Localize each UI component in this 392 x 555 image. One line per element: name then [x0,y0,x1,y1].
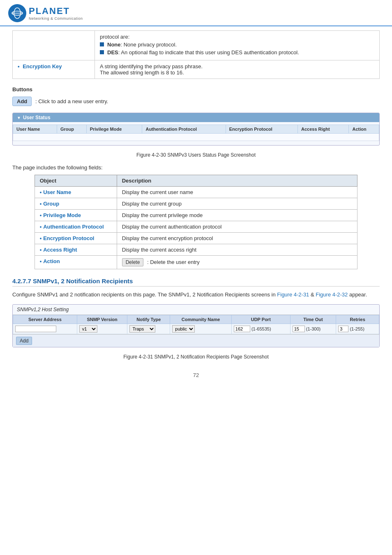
bullet-icon-none [100,42,104,46]
field-enc-desc: Display the current encryption protocol [117,233,357,244]
col-group: Group [57,125,86,134]
udp-range: (1-65535) [251,326,271,331]
notify-type-select[interactable]: Traps Informs [129,325,155,333]
udp-port-input[interactable] [234,326,250,332]
status-table-empty-row [13,134,379,141]
field-group-label: •Group [35,198,117,210]
panel-header: ▼ User Status [13,113,379,122]
empty-row-cell [13,134,379,141]
field-row-access: •Access Right Display the current access… [35,244,357,256]
field-auth-desc: Display the current authentication proto… [117,221,357,233]
page-header: PLANET Networking & Communication [0,0,392,26]
add-button-note: : Click to add a new user entry. [35,98,108,104]
col-action: Action [349,125,379,134]
protocol-table: protocol are: None: None privacy protoco… [12,30,380,79]
status-table-header-row: User Name Group Privilege Mode Authentic… [13,125,379,134]
logo-text: PLANET Networking & Communication [29,6,83,21]
link-figure-31[interactable]: Figure 4-2-31 [277,291,309,298]
figure2-caption: Figure 4-2-31 SNMPv1, 2 Notification Rec… [12,354,380,360]
snmp-header-row: Server Address SNMP Version Notify Type … [13,315,379,324]
encryption-row: • Encryption Key A string identifying th… [13,60,380,79]
protocol-intro: protocol are: [100,34,374,40]
retries-range: (1-255) [350,326,364,331]
protocol-bullet-des: DES: An optional flag to indicate that t… [100,49,374,56]
field-row-group: •Group Display the current group [35,198,357,210]
snmp-timeout-cell: (1-300) [290,324,336,334]
col-enc-protocol: Encryption Protocol [226,125,297,134]
snmp-server-address-cell [13,324,77,334]
field-row-action: •Action Delete : Delete the user entry [35,256,357,269]
panel-title: User Status [23,115,51,120]
protocol-none-text: None: None privacy protocol. [107,42,177,48]
field-access-desc: Display the current access right [117,244,357,256]
snmp-retries-cell: (1-255) [336,324,379,334]
panel-arrow-icon: ▼ [17,116,21,120]
protocol-row: protocol are: None: None privacy protoco… [13,31,380,60]
community-name-select[interactable]: public [172,325,195,333]
fields-col-description: Description [117,175,357,187]
encryption-key-label: • Encryption Key [13,60,95,79]
server-address-input[interactable] [15,326,56,332]
snmp-data-row: v1 v2c Traps Informs public [13,324,379,334]
protocol-des-text: DES: An optional flag to indicate that t… [107,49,299,56]
logo-icon [8,4,26,22]
snmp-community-cell: public [170,324,232,334]
logo: PLANET Networking & Communication [8,4,83,22]
timeout-input[interactable] [293,326,305,332]
snmp-col-version: SNMP Version [77,315,127,324]
bullet-icon-des [100,50,104,54]
timeout-range: (1-300) [306,326,321,331]
field-row-enc: •Encryption Protocol Display the current… [35,233,357,244]
snmp-notify-cell: Traps Informs [127,324,170,334]
snmp-panel-title: SNMPv1,2 Host Setting [13,305,379,315]
delete-note: : Delete the user entry [147,259,200,265]
snmp-col-udp: UDP Port [231,315,290,324]
snmp-col-community: Community Name [170,315,232,324]
col-privilege-mode: Privilege Mode [86,125,142,134]
buttons-section-title: Buttons [12,86,380,92]
logo-planet-text: PLANET [29,6,83,16]
link-figure-32[interactable]: Figure 4-2-32 [316,291,348,298]
fields-header-row: Object Description [35,175,357,187]
field-row-username: •User Name Display the current user name [35,187,357,198]
snmp-panel: SNMPv1,2 Host Setting Server Address SNM… [12,304,380,347]
snmp-add-button[interactable]: Add [16,337,32,345]
col-auth-protocol: Authentication Protocol [142,125,226,134]
add-button[interactable]: Add [12,97,32,106]
logo-sub-text: Networking & Communication [29,16,83,21]
snmp-col-timeout: Time Out [290,315,336,324]
field-privilege-label: •Privilege Mode [35,210,117,221]
figure1-caption: Figure 4-2-30 SNMPv3 Users Status Page S… [12,152,380,158]
field-row-auth: •Authentication Protocol Display the cur… [35,221,357,233]
field-enc-label: •Encryption Protocol [35,233,117,244]
delete-button[interactable]: Delete [122,258,144,266]
snmp-col-notify: Notify Type [127,315,170,324]
snmp-udp-cell: (1-65535) [231,324,290,334]
fields-col-object: Object [35,175,117,187]
col-access-right: Access Right [298,125,349,134]
snmp-panel-footer: Add [13,334,379,347]
field-action-label: •Action [35,256,117,269]
snmp-version-select[interactable]: v1 v2c [79,325,97,333]
snmp-version-cell: v1 v2c [77,324,127,334]
user-status-panel: ▼ User Status User Name Group Privilege … [12,113,380,146]
snmp-table: Server Address SNMP Version Notify Type … [13,315,379,334]
snmp-col-server: Server Address [13,315,77,324]
buttons-section-body: Add : Click to add a new user entry. [12,97,380,106]
field-action-desc: Delete : Delete the user entry [117,256,357,269]
encryption-key-content: A string identifying the privacy pass ph… [95,60,380,79]
panel-body: User Name Group Privilege Mode Authentic… [13,122,379,145]
field-auth-label: •Authentication Protocol [35,221,117,233]
field-row-privilege: •Privilege Mode Display the current priv… [35,210,357,221]
protocol-bullet-none: None: None privacy protocol. [100,42,374,48]
fields-intro: The page includes the following fields: [12,164,380,171]
main-content: protocol are: None: None privacy protoco… [0,26,392,395]
page-number: 72 [12,372,380,386]
snmp-col-retries: Retries [336,315,379,324]
retries-input[interactable] [338,326,348,332]
status-table: User Name Group Privilege Mode Authentic… [13,125,379,141]
field-username-label: •User Name [35,187,117,198]
field-privilege-desc: Display the current privilege mode [117,210,357,221]
col-username: User Name [13,125,57,134]
section-427-heading: 4.2.7.7 SNMPv1, 2 Notification Recipient… [12,278,380,287]
